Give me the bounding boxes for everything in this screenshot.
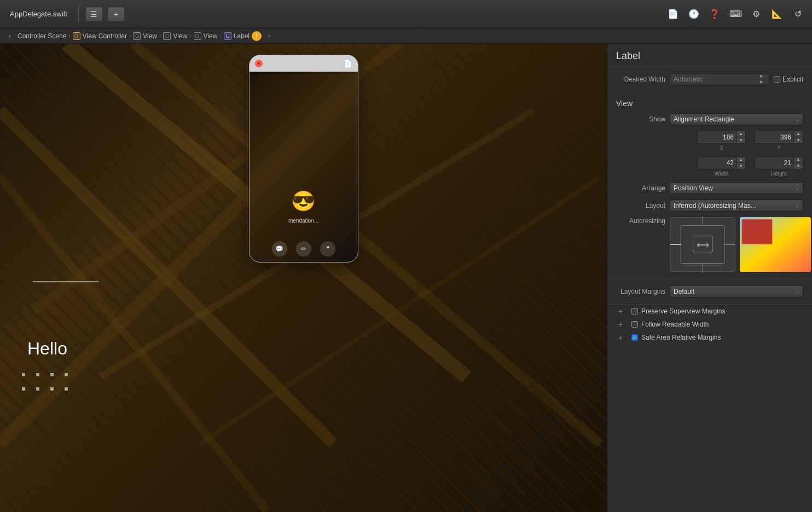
width-up-btn[interactable]: ▲ xyxy=(736,157,745,163)
layout-dropdown-chevron: ⌄ xyxy=(795,203,799,208)
explicit-checkbox-row[interactable]: Explicit xyxy=(774,75,803,83)
desired-width-stepper[interactable]: ▲ ▼ xyxy=(757,73,765,85)
history-icon-btn[interactable]: 🕐 xyxy=(685,7,703,22)
height-up-btn[interactable]: ▲ xyxy=(794,157,803,163)
breadcrumb-item-label[interactable]: L Label xyxy=(224,32,250,40)
breadcrumb-item-view-controller[interactable]: ◻ View Controller xyxy=(73,32,127,40)
y-up-btn[interactable]: ▲ xyxy=(794,131,803,137)
layout-margins-section: Layout Margins Default ⌄ xyxy=(607,279,812,305)
xy-row: ▲ ▼ X ▲ ▼ Y xyxy=(616,131,803,151)
autoresizing-preview xyxy=(740,217,811,272)
view3-label: View xyxy=(204,32,218,40)
arrange-dropdown-chevron: ⌄ xyxy=(795,185,799,191)
canvas-area[interactable]: Hello ✕ 📄 😎 mendation... 💬 ✏ xyxy=(0,44,607,512)
safe-area-plus-icon[interactable]: + xyxy=(616,333,625,342)
breadcrumb-forward-btn[interactable]: › xyxy=(264,31,275,41)
width-stepper: ▲ ▼ xyxy=(736,157,745,169)
controller-scene-label: Controller Scene xyxy=(18,32,66,40)
height-input[interactable] xyxy=(755,157,793,169)
spring-arrows: ⟺ xyxy=(697,240,709,250)
dot-8 xyxy=(65,387,68,391)
x-input[interactable] xyxy=(698,131,736,143)
x-input-group: ▲ ▼ X xyxy=(697,131,746,151)
y-input-wrapper: ▲ ▼ xyxy=(755,131,803,144)
phone-tool-1[interactable]: 💬 xyxy=(272,241,287,257)
breadcrumb-warning-badge[interactable]: ! xyxy=(252,31,262,41)
view-section-title: View xyxy=(616,99,803,108)
preview-svg xyxy=(740,217,811,272)
preserve-checkbox-row: Preserve Superview Margins xyxy=(631,307,803,315)
view1-label: View xyxy=(143,32,157,40)
plus-icon: + xyxy=(114,10,118,19)
height-stepper: ▲ ▼ xyxy=(793,157,803,169)
breadcrumb-item-controller-scene[interactable]: Controller Scene xyxy=(18,32,66,40)
x-label: X xyxy=(720,145,723,151)
desired-width-input[interactable]: Automatic ▲ ▼ xyxy=(670,73,769,85)
y-stepper: ▲ ▼ xyxy=(793,131,803,143)
safe-area-checkbox[interactable]: ✓ xyxy=(631,334,638,341)
toolbar: AppDelegate.swift ☰ + 📄 🕐 ❓ ⌨ ⚙ 📐 ↺ xyxy=(0,0,812,28)
phone-tool-2[interactable]: ✏ xyxy=(296,241,311,257)
arrange-label: Arrange xyxy=(616,184,665,192)
spring-inner: ⟺ xyxy=(693,236,712,253)
desired-width-down-btn[interactable]: ▼ xyxy=(757,79,765,85)
arrange-dropdown[interactable]: Position View ⌄ xyxy=(670,182,803,194)
preserve-plus-icon[interactable]: + xyxy=(616,307,625,316)
keyboard-icon-btn[interactable]: ⌨ xyxy=(727,7,744,22)
y-down-btn[interactable]: ▼ xyxy=(794,137,803,143)
preserve-checkbox[interactable] xyxy=(631,308,638,315)
toolbar-separator xyxy=(78,7,79,22)
desired-width-section: Desired Width Automatic ▲ ▼ Explicit xyxy=(607,67,812,92)
toolbar-hamburger-btn[interactable]: ☰ xyxy=(85,7,103,22)
desired-width-up-btn[interactable]: ▲ xyxy=(757,73,765,79)
phone-close-btn[interactable]: ✕ xyxy=(255,60,263,67)
main-content: Hello ✕ 📄 😎 mendation... 💬 ✏ xyxy=(0,44,812,512)
view-section: View Show Alignment Rectangle ⌄ ▲ ▼ xyxy=(607,92,812,279)
follow-checkbox[interactable] xyxy=(631,321,638,328)
x-input-wrapper: ▲ ▼ xyxy=(697,131,746,144)
layout-margins-value: Default xyxy=(674,288,694,295)
toolbar-right: 📄 🕐 ❓ ⌨ ⚙ 📐 ↺ xyxy=(664,7,807,22)
follow-readable-row: + Follow Readable Width xyxy=(607,318,812,331)
width-input[interactable] xyxy=(698,157,736,169)
spring-right xyxy=(724,244,735,245)
layout-margins-label: Layout Margins xyxy=(616,288,665,295)
show-label: Show xyxy=(616,115,665,123)
settings-icon-btn[interactable]: ⚙ xyxy=(747,7,765,22)
show-dropdown[interactable]: Alignment Rectangle ⌄ xyxy=(670,113,803,125)
phone-tool-3[interactable]: ❝ xyxy=(320,241,335,257)
breadcrumb-item-view3[interactable]: ◻ View xyxy=(194,32,218,40)
autoresizing-row: Autoresizing xyxy=(616,217,803,272)
label-breadcrumb-label: Label xyxy=(234,32,250,40)
keyboard-icon: ⌨ xyxy=(729,9,742,19)
layout-margins-dropdown[interactable]: Default ⌄ xyxy=(670,286,803,298)
layout-dropdown[interactable]: Inferred (Autoresizing Mas... ⌄ xyxy=(670,200,803,212)
arrow-1: › xyxy=(68,33,70,39)
breadcrumb-item-view2[interactable]: ◻ View xyxy=(163,32,187,40)
height-down-btn[interactable]: ▼ xyxy=(794,163,803,169)
width-input-group: ▲ ▼ Width xyxy=(697,156,746,177)
toolbar-plus-btn[interactable]: + xyxy=(107,7,125,22)
help-icon-btn[interactable]: ❓ xyxy=(706,7,723,22)
document-icon-btn[interactable]: 📄 xyxy=(664,7,682,22)
x-up-btn[interactable]: ▲ xyxy=(736,131,745,137)
label-icon: L xyxy=(224,32,231,40)
autoresizing-diagram[interactable]: ⟺ xyxy=(670,217,735,272)
spring-bottom xyxy=(703,263,703,273)
ruler-icon-btn[interactable]: 📐 xyxy=(768,7,786,22)
view2-icon: ◻ xyxy=(163,32,171,40)
breadcrumb-back-btn[interactable]: ‹ xyxy=(4,31,15,41)
preserve-label: Preserve Superview Margins xyxy=(641,307,725,315)
y-input[interactable] xyxy=(755,131,793,143)
arrow-4: › xyxy=(189,33,191,39)
explicit-checkbox[interactable] xyxy=(774,76,780,83)
width-input-wrapper: ▲ ▼ xyxy=(697,156,746,170)
x-down-btn[interactable]: ▼ xyxy=(736,137,745,143)
spring-outer: ⟺ xyxy=(681,225,724,264)
width-down-btn[interactable]: ▼ xyxy=(736,163,745,169)
follow-plus-icon[interactable]: + xyxy=(616,320,625,329)
autoresizing-container: ⟺ xyxy=(670,217,811,272)
dot-5 xyxy=(22,387,25,391)
refresh-icon-btn[interactable]: ↺ xyxy=(789,7,807,22)
breadcrumb-item-view1[interactable]: ◻ View xyxy=(133,32,157,40)
